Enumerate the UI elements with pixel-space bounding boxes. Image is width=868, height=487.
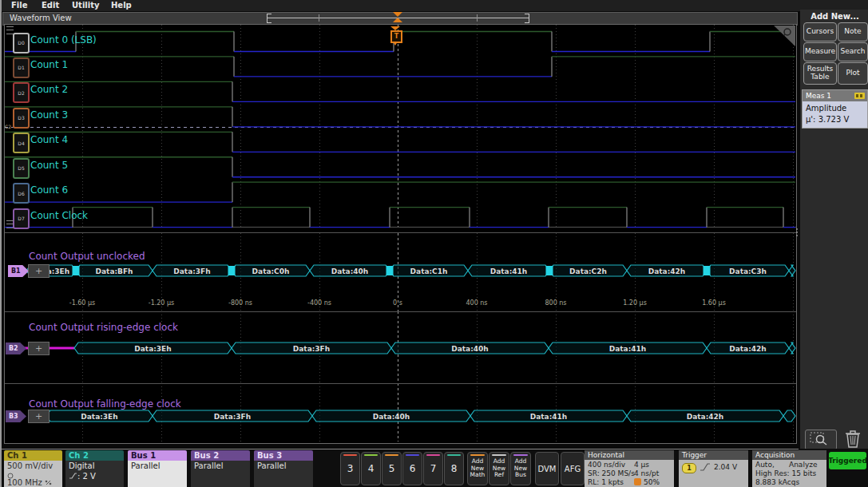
rising-edge-icon: [69, 472, 77, 479]
menu-item-edit[interactable]: Edit: [42, 1, 59, 10]
trigger-position-flag[interactable]: T: [390, 26, 401, 46]
triggered-status-button[interactable]: Triggered: [829, 452, 866, 469]
channel-button-label: 6: [410, 463, 416, 474]
channel-button-6[interactable]: 6: [402, 452, 422, 485]
right-panel: Add New... CursorsNoteMeasureSearchResul…: [800, 10, 868, 449]
overview-left-bracket[interactable]: [267, 14, 271, 23]
digital-channel-badge-d2[interactable]: D2: [13, 82, 30, 103]
bus-handle-button[interactable]: +: [28, 264, 50, 278]
drag-handle-icon[interactable]: [6, 220, 14, 228]
digital-channel-label: Count 1: [30, 59, 68, 70]
add-new-label: Add New Bus: [511, 458, 530, 479]
bus-badge-type: Parallel: [131, 461, 184, 472]
note-button[interactable]: Note: [838, 22, 868, 42]
channel-button-label: 5: [389, 463, 395, 474]
bottom-bar: Ch 1 500 mV/div 100 MHz Ch 2 Digital : 2…: [2, 449, 868, 487]
menu-item-utility[interactable]: Utility: [72, 1, 99, 10]
panel-splitter-handle[interactable]: [796, 227, 799, 238]
digital-channel-badge-d0[interactable]: D0: [13, 33, 30, 53]
bus-badge-body: Parallel: [191, 461, 250, 487]
trigger-body: 1 2.04 V: [679, 460, 748, 487]
channel-button-7[interactable]: 7: [423, 452, 443, 485]
meas-type: Amplitude: [806, 103, 864, 114]
horizontal-title: Horizontal: [585, 450, 674, 460]
digital-waveforms: [5, 32, 795, 228]
gridlines: [5, 25, 796, 441]
channel-badge-ch2[interactable]: Ch 2 Digital : 2 V: [65, 450, 124, 487]
bus-segment-label: Data:C3h: [729, 267, 767, 275]
digital-channel-badge-d5[interactable]: D5: [13, 158, 30, 179]
zoom-results-button[interactable]: [805, 430, 837, 450]
bus-badge-bottom-1[interactable]: Bus 1Parallel: [128, 450, 187, 487]
trash-button[interactable]: [842, 428, 864, 450]
trigger-position-icon: [634, 478, 641, 485]
acquisition-panel[interactable]: Acquisition Auto, Analyze High Res: 15 b…: [752, 450, 826, 487]
bus-title: Count Output falling-edge clock: [29, 398, 181, 410]
ch2-header: Ch 2: [65, 450, 124, 461]
trigger-title: Trigger: [679, 450, 748, 460]
channel-button-3[interactable]: 3: [340, 452, 360, 485]
measure-button[interactable]: Measure: [803, 42, 837, 61]
digital-group-marker[interactable]: C2: [5, 124, 11, 129]
acquisition-body: Auto, Analyze High Res: 15 bits 8.883 kA…: [752, 460, 826, 487]
time-axis-label: 0 s: [393, 299, 402, 307]
probe-icon: [7, 472, 59, 478]
digital-channel-label: Count 2: [30, 84, 68, 95]
bus-segment-label: Data:40h: [373, 413, 410, 421]
bus-badge-bottom-2[interactable]: Bus 2Parallel: [191, 450, 250, 487]
digital-channel-badge-d7[interactable]: D7: [13, 208, 30, 229]
results-table-button[interactable]: Results Table: [803, 62, 837, 85]
trigger-level: 2.04 V: [714, 463, 737, 471]
bus-handle-button[interactable]: +: [28, 342, 50, 355]
bus-segment-label: Data:3Fh: [214, 413, 251, 421]
digital-channel-badge-d4[interactable]: D4: [13, 133, 30, 153]
channel-color-stripe: [426, 454, 440, 456]
overview-trigger-marker-icon[interactable]: [393, 18, 402, 22]
bus-badge-type: Parallel: [194, 461, 247, 472]
channel-button-label: 7: [430, 463, 437, 474]
trigger-panel[interactable]: Trigger 1 2.04 V: [679, 450, 748, 487]
ch1-bandwidth: 100 MHz: [7, 478, 59, 487]
afg-button[interactable]: AFG: [561, 452, 585, 485]
add-new-ref-button[interactable]: Add New Ref: [489, 452, 509, 485]
plot-button[interactable]: Plot: [838, 62, 868, 85]
digital-channel-badge-d3[interactable]: D3: [13, 108, 30, 129]
overview-right-bracket[interactable]: [525, 14, 529, 23]
bus-segment-label: Data:42h: [729, 345, 766, 353]
bus-segment: [789, 342, 795, 354]
bus-handle-button[interactable]: +: [28, 410, 50, 423]
measurement-badge[interactable]: Meas 1 Amplitude μ': 3.723 V: [802, 89, 868, 129]
bus-segment-label: Data:C0h: [252, 267, 290, 275]
drag-handle-icon[interactable]: [6, 26, 14, 34]
search-button[interactable]: Search: [838, 42, 868, 61]
digital-channel-label: Count 6: [30, 184, 68, 196]
bus-badge-bottom-3[interactable]: Bus 3Parallel: [254, 450, 313, 487]
channel-button-8[interactable]: 8: [444, 452, 464, 485]
digital-channel-badge-d6[interactable]: D6: [13, 183, 30, 204]
bus-glitch-marker: [228, 266, 236, 275]
channel-badge-ch1[interactable]: Ch 1 500 mV/div 100 MHz: [4, 450, 62, 487]
tab-title: Waveform View: [10, 14, 72, 22]
bus-badge-header: Bus 2: [191, 450, 250, 461]
menu-item-file[interactable]: File: [11, 1, 27, 10]
ch2-body: Digital : 2 V: [65, 461, 124, 487]
cursors-button[interactable]: Cursors: [803, 22, 837, 42]
digital-channel-badge-d1[interactable]: D1: [13, 57, 30, 78]
channel-color-stripe: [447, 454, 461, 456]
add-new-color-stripe: [470, 454, 485, 456]
trash-icon: [842, 428, 864, 450]
add-new-bus-button[interactable]: Add New Bus: [510, 452, 531, 485]
bus-segment-label: Data:BFh: [96, 267, 133, 275]
horizontal-panel[interactable]: Horizontal 400 ns/div 4 μs SR: 250 MS/s …: [585, 450, 674, 487]
digital-channel-label: Count 5: [30, 160, 68, 171]
menu-item-help[interactable]: Help: [111, 1, 132, 10]
overview-trigger-marker-icon[interactable]: [393, 12, 402, 17]
add-new-math-button[interactable]: Add New Math: [467, 452, 488, 485]
channel-button-5[interactable]: 5: [382, 452, 402, 485]
ch1-scale: 500 mV/div: [7, 461, 59, 472]
bus-segment-label: Data:C2h: [569, 267, 607, 275]
channel-button-4[interactable]: 4: [361, 452, 381, 485]
ch1-header: Ch 1: [4, 450, 62, 461]
add-new-color-stripe: [513, 454, 528, 456]
dvm-button[interactable]: DVM: [535, 452, 559, 485]
